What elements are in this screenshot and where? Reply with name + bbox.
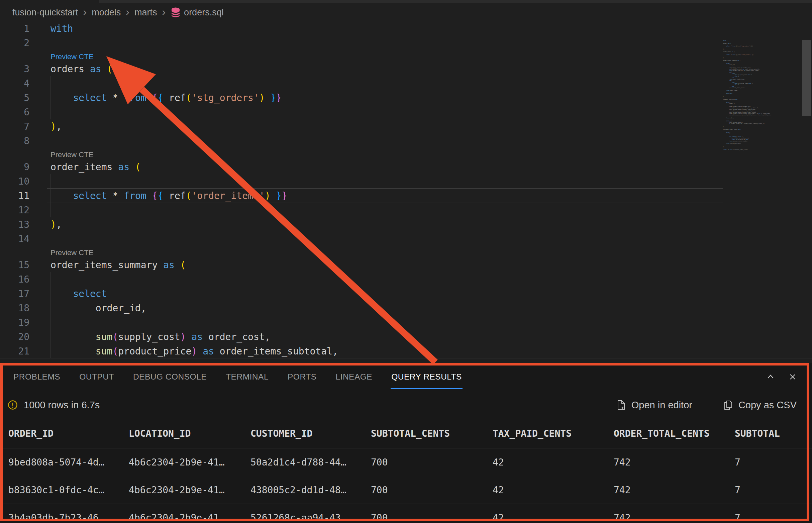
table-cell: 4b6c2304-2b9e-41… — [129, 512, 251, 523]
editor-panel-divider — [0, 358, 812, 359]
open-in-editor-label: Open in editor — [631, 400, 692, 411]
results-table-body: 9bed808a-5074-4d…4b6c2304-2b9e-41…50a2d1… — [0, 448, 812, 523]
minimap-content: with orders as ( select * from {{ ref('s… — [723, 40, 802, 150]
table-cell: 742 — [614, 457, 735, 468]
database-icon — [170, 7, 181, 18]
code-line-6[interactable]: 6 — [0, 105, 723, 120]
table-cell: 7 — [735, 457, 812, 468]
breadcrumb: fusion-quickstart models marts orders.sq… — [0, 3, 812, 21]
table-cell: 742 — [614, 512, 735, 523]
code-line-21[interactable]: 21 sum(product_price) as order_items_sub… — [0, 344, 723, 359]
table-cell: 438005c2-dd1d-48… — [251, 485, 371, 495]
minimap[interactable]: with orders as ( select * from {{ ref('s… — [723, 40, 802, 152]
breadcrumb-separator-icon — [80, 6, 90, 18]
new-file-icon — [616, 400, 626, 410]
breadcrumb-item-models[interactable]: models — [92, 7, 121, 18]
table-cell: 3b4a03db-7b23-46… — [8, 512, 129, 523]
table-cell: 742 — [614, 485, 735, 495]
tab-lineage[interactable]: LINEAGE — [336, 363, 372, 391]
code-line-2[interactable]: 2 — [0, 36, 723, 50]
code-line-9[interactable]: 9order_items as ( — [0, 160, 723, 174]
code-line-7[interactable]: 7), — [0, 120, 723, 134]
table-cell: 42 — [493, 512, 614, 523]
preview-cte-link[interactable]: Preview CTE — [51, 150, 93, 159]
preview-cte-link[interactable]: Preview CTE — [51, 249, 93, 257]
editor-scrollbar-thumb[interactable] — [802, 40, 811, 116]
column-header-location_id[interactable]: LOCATION_ID — [129, 428, 251, 439]
close-icon[interactable] — [788, 372, 797, 381]
tab-debug-console[interactable]: DEBUG CONSOLE — [133, 363, 207, 391]
table-cell: 7 — [735, 485, 812, 495]
column-header-subtotal[interactable]: SUBTOTAL — [735, 428, 812, 439]
table-cell: 700 — [371, 485, 493, 495]
table-cell: 7 — [735, 512, 812, 523]
code-line-13[interactable]: 13), — [0, 217, 723, 232]
codelens-row: Preview CTE — [0, 246, 723, 258]
code-line-17[interactable]: 17 select — [0, 287, 723, 301]
table-row[interactable]: b83630c1-0fdc-4c…4b6c2304-2b9e-41…438005… — [0, 476, 812, 504]
table-cell: 700 — [371, 512, 493, 523]
breadcrumb-item-file[interactable]: orders.sql — [170, 7, 224, 18]
result-actions: Open in editor Copy as CSV — [616, 400, 812, 411]
preview-cte-link[interactable]: Preview CTE — [51, 53, 93, 61]
query-results-toolbar: 1000 rows in 6.7s Open in editor Copy as… — [0, 391, 812, 419]
query-status-text: 1000 rows in 6.7s — [24, 400, 100, 411]
column-header-order_total_cents[interactable]: ORDER_TOTAL_CENTS — [614, 428, 735, 439]
breadcrumb-file-label: orders.sql — [184, 7, 224, 18]
table-row[interactable]: 3b4a03db-7b23-46…4b6c2304-2b9e-41…526126… — [0, 504, 812, 523]
table-cell: 42 — [493, 457, 614, 468]
table-cell: 4b6c2304-2b9e-41… — [129, 457, 251, 468]
table-cell: 42 — [493, 485, 614, 495]
panel-tab-bar: PROBLEMSOUTPUTDEBUG CONSOLETERMINALPORTS… — [0, 363, 812, 391]
editor[interactable]: 1with2Preview CTE3orders as (45 select *… — [0, 21, 812, 363]
table-cell: 700 — [371, 457, 493, 468]
breadcrumb-item-marts[interactable]: marts — [134, 7, 157, 18]
code-line-5[interactable]: 5 select * from {{ ref('stg_orders') }} — [0, 91, 723, 105]
tab-output[interactable]: OUTPUT — [79, 363, 114, 391]
copy-icon — [723, 400, 733, 410]
code-line-1[interactable]: 1with — [0, 21, 723, 36]
chevron-up-icon[interactable] — [766, 372, 775, 381]
column-header-customer_id[interactable]: CUSTOMER_ID — [251, 428, 371, 439]
code-line-14[interactable]: 14 — [0, 232, 723, 246]
code-line-16[interactable]: 16 — [0, 272, 723, 287]
panel-tabs: PROBLEMSOUTPUTDEBUG CONSOLETERMINALPORTS… — [13, 363, 462, 391]
table-row[interactable]: 9bed808a-5074-4d…4b6c2304-2b9e-41…50a2d1… — [0, 448, 812, 476]
open-in-editor-button[interactable]: Open in editor — [616, 400, 692, 411]
code-line-12[interactable]: 12 — [0, 203, 723, 217]
table-cell: b83630c1-0fdc-4c… — [8, 485, 129, 495]
code-line-3[interactable]: 3orders as ( — [0, 62, 723, 76]
code-line-8[interactable]: 8 — [0, 134, 723, 148]
code-line-19[interactable]: 19 — [0, 315, 723, 330]
tab-terminal[interactable]: TERMINAL — [226, 363, 269, 391]
tab-problems[interactable]: PROBLEMS — [13, 363, 60, 391]
tab-query-results[interactable]: QUERY RESULTS — [391, 363, 462, 391]
editor-lines: 1with2Preview CTE3orders as (45 select *… — [0, 21, 723, 359]
code-line-15[interactable]: 15order_items_summary as ( — [0, 258, 723, 272]
results-table-header: ORDER_IDLOCATION_IDCUSTOMER_IDSUBTOTAL_C… — [0, 419, 812, 448]
tab-ports[interactable]: PORTS — [288, 363, 317, 391]
code-line-18[interactable]: 18 order_id, — [0, 301, 723, 315]
code-line-4[interactable]: 4 — [0, 76, 723, 91]
column-header-tax_paid_cents[interactable]: TAX_PAID_CENTS — [493, 428, 614, 439]
table-cell: 4b6c2304-2b9e-41… — [129, 485, 251, 495]
tab-bar-remnant — [99, 0, 812, 3]
copy-as-csv-label: Copy as CSV — [738, 400, 797, 411]
code-line-10[interactable]: 10 — [0, 174, 723, 188]
code-line-11[interactable]: 11 select * from {{ ref('order_items') }… — [0, 188, 723, 203]
breadcrumb-separator-icon — [123, 6, 132, 18]
table-cell: 9bed808a-5074-4d… — [8, 457, 129, 468]
copy-as-csv-button[interactable]: Copy as CSV — [723, 400, 797, 411]
code-line-20[interactable]: 20 sum(supply_cost) as order_cost, — [0, 330, 723, 344]
breadcrumb-separator-icon — [159, 6, 168, 18]
warning-icon — [7, 400, 18, 410]
column-header-subtotal_cents[interactable]: SUBTOTAL_CENTS — [371, 428, 493, 439]
bottom-panel: PROBLEMSOUTPUTDEBUG CONSOLETERMINALPORTS… — [0, 363, 812, 523]
codelens-row: Preview CTE — [0, 50, 723, 62]
breadcrumb-item-project[interactable]: fusion-quickstart — [12, 7, 78, 18]
table-cell: 5261268c-aa94-43… — [251, 512, 371, 523]
panel-window-icons — [766, 372, 812, 381]
query-status: 1000 rows in 6.7s — [7, 400, 100, 411]
column-header-order_id[interactable]: ORDER_ID — [8, 428, 129, 439]
table-cell: 50a2d1c4-d788-44… — [251, 457, 371, 468]
